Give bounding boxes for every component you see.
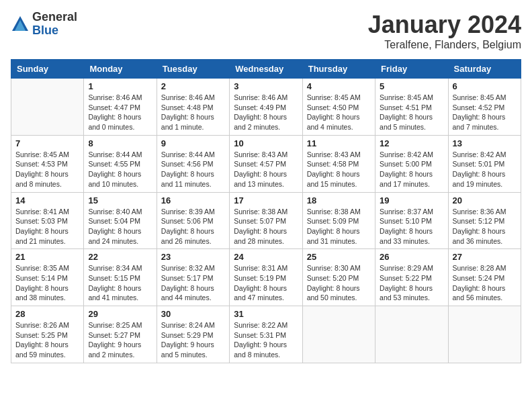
day-info: Sunrise: 8:43 AMSunset: 4:58 PMDaylight:… (307, 150, 371, 189)
day-number: 30 (161, 309, 225, 319)
sunrise: Sunrise: 8:25 AM (88, 320, 152, 330)
sunset: Sunset: 5:10 PM (380, 216, 443, 226)
calendar-cell: 31Sunrise: 8:22 AMSunset: 5:31 PMDayligh… (230, 306, 302, 363)
sunrise: Sunrise: 8:38 AM (234, 207, 298, 217)
calendar-cell: 6Sunrise: 8:45 AMSunset: 4:52 PMDaylight… (448, 79, 521, 136)
day-info: Sunrise: 8:26 AMSunset: 5:25 PMDaylight:… (15, 320, 79, 360)
sunrise: Sunrise: 8:46 AM (88, 93, 152, 103)
day-number: 25 (307, 252, 371, 262)
day-info: Sunrise: 8:37 AMSunset: 5:10 PMDaylight:… (380, 207, 443, 246)
day-info: Sunrise: 8:39 AMSunset: 5:06 PMDaylight:… (161, 207, 225, 246)
day-number: 26 (380, 252, 443, 262)
calendar-cell: 9Sunrise: 8:44 AMSunset: 4:56 PMDaylight… (157, 135, 229, 192)
daylight: Daylight: 8 hours and 10 minutes. (88, 169, 152, 189)
calendar-cell: 1Sunrise: 8:46 AMSunset: 4:47 PMDaylight… (84, 79, 157, 136)
logo-blue: Blue (32, 24, 77, 38)
sunset: Sunset: 5:12 PM (453, 216, 517, 226)
sunrise: Sunrise: 8:46 AM (234, 93, 298, 103)
calendar-cell: 23Sunrise: 8:32 AMSunset: 5:17 PMDayligh… (157, 249, 229, 306)
sunset: Sunset: 5:27 PM (88, 330, 152, 340)
daylight: Daylight: 8 hours and 59 minutes. (15, 340, 79, 359)
daylight: Daylight: 8 hours and 15 minutes. (307, 169, 371, 189)
sunrise: Sunrise: 8:28 AM (453, 263, 517, 273)
day-info: Sunrise: 8:46 AMSunset: 4:47 PMDaylight:… (88, 93, 152, 132)
calendar-cell: 5Sunrise: 8:45 AMSunset: 4:51 PMDaylight… (375, 79, 448, 136)
day-number: 18 (307, 195, 371, 205)
sunset: Sunset: 5:00 PM (380, 159, 443, 169)
calendar-cell: 4Sunrise: 8:45 AMSunset: 4:50 PMDaylight… (302, 79, 375, 136)
daylight: Daylight: 8 hours and 36 minutes. (453, 226, 517, 246)
day-number: 31 (234, 309, 298, 319)
daylight: Daylight: 9 hours and 5 minutes. (161, 340, 225, 359)
daylight: Daylight: 8 hours and 50 minutes. (307, 283, 371, 303)
calendar-cell: 11Sunrise: 8:43 AMSunset: 4:58 PMDayligh… (302, 135, 375, 192)
daylight: Daylight: 8 hours and 7 minutes. (453, 112, 517, 132)
day-info: Sunrise: 8:29 AMSunset: 5:22 PMDaylight:… (380, 263, 443, 303)
sunrise: Sunrise: 8:44 AM (161, 150, 225, 160)
sunrise: Sunrise: 8:43 AM (234, 150, 298, 160)
title-block: January 2024 Teralfene, Flanders, Belgiu… (368, 11, 521, 51)
day-info: Sunrise: 8:42 AMSunset: 5:00 PMDaylight:… (380, 150, 443, 189)
day-info: Sunrise: 8:46 AMSunset: 4:48 PMDaylight:… (161, 93, 225, 132)
sunset: Sunset: 5:17 PM (161, 273, 225, 283)
day-number: 19 (380, 195, 443, 205)
day-number: 1 (88, 81, 152, 91)
day-info: Sunrise: 8:31 AMSunset: 5:19 PMDaylight:… (234, 263, 298, 303)
sunset: Sunset: 5:07 PM (234, 216, 298, 226)
day-info: Sunrise: 8:36 AMSunset: 5:12 PMDaylight:… (453, 207, 517, 246)
calendar-cell: 26Sunrise: 8:29 AMSunset: 5:22 PMDayligh… (375, 249, 448, 306)
calendar-cell: 25Sunrise: 8:30 AMSunset: 5:20 PMDayligh… (302, 249, 375, 306)
calendar-cell: 19Sunrise: 8:37 AMSunset: 5:10 PMDayligh… (375, 192, 448, 249)
daylight: Daylight: 8 hours and 47 minutes. (234, 283, 298, 303)
sunset: Sunset: 5:22 PM (380, 273, 443, 283)
sunset: Sunset: 5:29 PM (161, 330, 225, 340)
calendar-cell: 8Sunrise: 8:44 AMSunset: 4:55 PMDaylight… (84, 135, 157, 192)
daylight: Daylight: 8 hours and 26 minutes. (161, 226, 225, 246)
calendar-cell: 17Sunrise: 8:38 AMSunset: 5:07 PMDayligh… (230, 192, 302, 249)
day-info: Sunrise: 8:45 AMSunset: 4:50 PMDaylight:… (307, 93, 371, 132)
sunset: Sunset: 4:48 PM (161, 103, 225, 113)
daylight: Daylight: 8 hours and 31 minutes. (307, 226, 371, 246)
day-info: Sunrise: 8:32 AMSunset: 5:17 PMDaylight:… (161, 263, 225, 303)
day-info: Sunrise: 8:22 AMSunset: 5:31 PMDaylight:… (234, 320, 298, 360)
sunset: Sunset: 4:56 PM (161, 159, 225, 169)
day-header-sunday: Sunday (11, 60, 84, 79)
sunset: Sunset: 5:25 PM (15, 330, 79, 340)
sunset: Sunset: 5:03 PM (15, 216, 79, 226)
day-number: 2 (161, 81, 225, 91)
day-number: 9 (161, 138, 225, 148)
week-row-0: 1Sunrise: 8:46 AMSunset: 4:47 PMDaylight… (11, 79, 521, 136)
daylight: Daylight: 8 hours and 0 minutes. (88, 112, 152, 132)
sunrise: Sunrise: 8:31 AM (234, 263, 298, 273)
day-info: Sunrise: 8:25 AMSunset: 5:27 PMDaylight:… (88, 320, 152, 360)
day-info: Sunrise: 8:34 AMSunset: 5:15 PMDaylight:… (88, 263, 152, 303)
day-number: 7 (15, 138, 79, 148)
daylight: Daylight: 8 hours and 44 minutes. (161, 283, 225, 303)
day-number: 15 (88, 195, 152, 205)
day-header-friday: Friday (375, 60, 448, 79)
calendar-body: 1Sunrise: 8:46 AMSunset: 4:47 PMDaylight… (11, 79, 521, 363)
day-header-wednesday: Wednesday (230, 60, 302, 79)
week-row-1: 7Sunrise: 8:45 AMSunset: 4:53 PMDaylight… (11, 135, 521, 192)
calendar-cell: 30Sunrise: 8:24 AMSunset: 5:29 PMDayligh… (157, 306, 229, 363)
calendar-cell (302, 306, 375, 363)
sunset: Sunset: 5:19 PM (234, 273, 298, 283)
day-number: 28 (15, 309, 79, 319)
daylight: Daylight: 8 hours and 2 minutes. (234, 112, 298, 132)
day-info: Sunrise: 8:44 AMSunset: 4:56 PMDaylight:… (161, 150, 225, 189)
sunset: Sunset: 5:24 PM (453, 273, 517, 283)
daylight: Daylight: 8 hours and 11 minutes. (161, 169, 225, 189)
calendar-cell: 21Sunrise: 8:35 AMSunset: 5:14 PMDayligh… (11, 249, 84, 306)
day-info: Sunrise: 8:35 AMSunset: 5:14 PMDaylight:… (15, 263, 79, 303)
day-header-monday: Monday (84, 60, 157, 79)
sunset: Sunset: 5:31 PM (234, 330, 298, 340)
sunrise: Sunrise: 8:43 AM (307, 150, 371, 160)
sunrise: Sunrise: 8:35 AM (15, 263, 79, 273)
day-header-tuesday: Tuesday (157, 60, 229, 79)
sunset: Sunset: 5:20 PM (307, 273, 371, 283)
daylight: Daylight: 9 hours and 8 minutes. (234, 340, 298, 359)
daylight: Daylight: 8 hours and 38 minutes. (15, 283, 79, 303)
day-number: 11 (307, 138, 371, 148)
daylight: Daylight: 8 hours and 17 minutes. (380, 169, 443, 189)
calendar-cell: 18Sunrise: 8:38 AMSunset: 5:09 PMDayligh… (302, 192, 375, 249)
